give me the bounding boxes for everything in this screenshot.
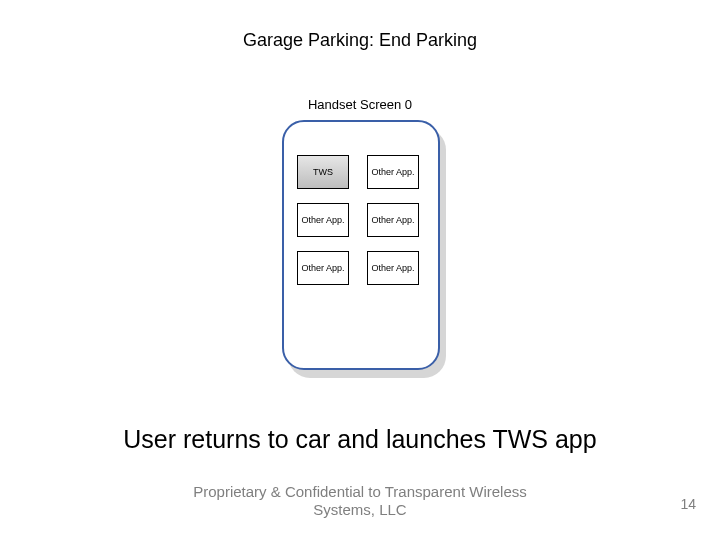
app-icon-other: Other App.	[367, 251, 419, 285]
page-number: 14	[680, 496, 696, 512]
slide-caption: User returns to car and launches TWS app	[0, 425, 720, 454]
app-icon-other: Other App.	[297, 203, 349, 237]
app-icon-label: Other App.	[301, 263, 344, 273]
app-icon-other: Other App.	[297, 251, 349, 285]
app-icon-grid: TWS Other App. Other App. Other App. Oth…	[297, 155, 425, 285]
slide-title: Garage Parking: End Parking	[0, 30, 720, 51]
footer-line-1: Proprietary & Confidential to Transparen…	[193, 483, 526, 500]
footer-line-2: Systems, LLC	[313, 501, 406, 518]
app-icon-tws: TWS	[297, 155, 349, 189]
slide: Garage Parking: End Parking Handset Scre…	[0, 0, 720, 540]
handset-screen-label: Handset Screen 0	[0, 97, 720, 112]
app-icon-label: TWS	[313, 167, 333, 177]
app-icon-other: Other App.	[367, 203, 419, 237]
app-icon-label: Other App.	[371, 263, 414, 273]
app-icon-label: Other App.	[301, 215, 344, 225]
footer-text: Proprietary & Confidential to Transparen…	[0, 483, 720, 521]
app-icon-label: Other App.	[371, 215, 414, 225]
app-icon-label: Other App.	[371, 167, 414, 177]
app-icon-other: Other App.	[367, 155, 419, 189]
